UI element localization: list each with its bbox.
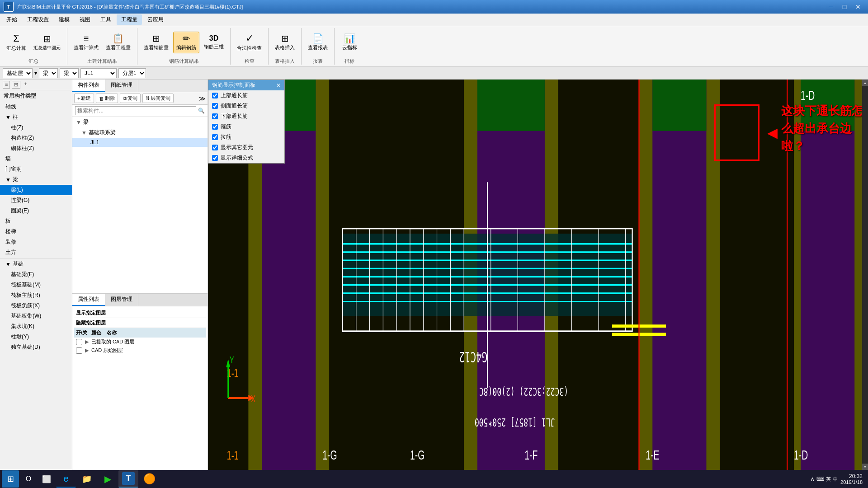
sidebar-sump-item[interactable]: 集水坑(K) — [0, 321, 72, 332]
table-insert-button[interactable]: ⊞ 表格插入 — [272, 32, 297, 53]
clock-area[interactable]: 20:32 2019/1/18 — [840, 473, 863, 485]
sidebar-grid-view-btn[interactable]: ⊞ — [12, 81, 20, 89]
steel-panel-close-icon[interactable]: ✕ — [276, 82, 281, 89]
menu-view[interactable]: 视图 — [75, 14, 95, 25]
tray-expand-icon[interactable]: ∧ — [810, 475, 815, 483]
layer-extracted-checkbox[interactable] — [76, 339, 82, 345]
cloud-index-button[interactable]: 📊 云指标 — [338, 32, 361, 53]
edit-steel-button[interactable]: ✏ 编辑钢筋 — [173, 32, 199, 53]
menu-build[interactable]: 建模 — [54, 14, 74, 25]
scroll-track[interactable] — [862, 86, 868, 464]
search-button[interactable]: O — [20, 470, 37, 488]
menu-start[interactable]: 开始 — [2, 14, 22, 25]
filters-bar: 基础层 ▾ 梁 梁 JL1 分层1 — [0, 67, 868, 80]
sidebar-openings-item[interactable]: 门窗洞 — [0, 164, 72, 174]
copy-member-button[interactable]: ⧉ 复制 — [120, 94, 141, 103]
side-long-bar-checkbox[interactable] — [212, 103, 218, 109]
sublayer-filter[interactable]: 分层1 — [118, 68, 146, 78]
sidebar-isolated-found-item[interactable]: 独立基础(D) — [0, 342, 72, 352]
sidebar-found-strip-item[interactable]: 基础板带(W) — [0, 311, 72, 321]
menu-tools[interactable]: 工具 — [96, 14, 116, 25]
taskbar-gtj-app[interactable]: T — [118, 470, 138, 488]
legality-check-button[interactable]: ✓ 合法性检查 — [234, 32, 264, 53]
layer-filter[interactable]: 基础层 — [3, 68, 33, 78]
search-icon[interactable]: 🔍 — [198, 108, 205, 114]
taskbar-explorer-app[interactable]: 📁 — [77, 470, 97, 488]
view-qty-button[interactable]: 📋 查看工程量 — [103, 32, 133, 53]
close-button[interactable]: ✕ — [852, 2, 864, 12]
view-formula-button[interactable]: ≡ 查看计算式 — [71, 32, 101, 53]
task-view-button[interactable]: ⬜ — [38, 470, 55, 488]
sidebar-add-icon[interactable]: + — [24, 81, 27, 89]
member-filter[interactable]: JL1 — [80, 68, 117, 78]
sidebar-column-group[interactable]: ▼ 柱 — [0, 112, 72, 122]
summarize-all-button[interactable]: Σ 汇总计算 — [4, 32, 29, 53]
expand-panel-icon[interactable]: ≫ — [199, 95, 206, 102]
type1-filter[interactable]: 梁 — [39, 68, 58, 78]
sidebar-beam-e-item[interactable]: 圈梁(E) — [0, 206, 72, 216]
sidebar-raft-main-item[interactable]: 筏板主筋(R) — [0, 290, 72, 300]
lang-cn-icon[interactable]: 中 — [833, 476, 838, 483]
minimize-button[interactable]: ─ — [825, 2, 837, 12]
tree-foundation-beam[interactable]: ▼ 基础联系梁 — [72, 127, 208, 138]
tie-bar-checkbox[interactable] — [212, 134, 218, 140]
delete-member-button[interactable]: 🗑 删除 — [96, 94, 118, 103]
right-scrollbar[interactable]: ▲ ▼ — [862, 80, 868, 470]
menu-quantities[interactable]: 工程量 — [117, 14, 142, 25]
steel-3d-button[interactable]: 3D 钢筋三维 — [201, 33, 226, 52]
scroll-up-button[interactable]: ▲ — [862, 80, 868, 86]
view-qty-label: 查看工程量 — [106, 44, 131, 51]
show-formula-checkbox[interactable] — [212, 155, 218, 161]
sidebar-beam-l-item[interactable]: 梁(L) — [0, 185, 72, 195]
keyboard-icon[interactable]: ⌨ — [816, 476, 824, 482]
sidebar-earthwork-item[interactable]: 土方 — [0, 247, 72, 258]
layer-color-header: 颜色 — [91, 329, 105, 336]
sidebar-axis-item[interactable]: 轴线 — [0, 102, 72, 112]
sidebar-construct-column-item[interactable]: 构造柱(Z) — [0, 133, 72, 143]
taskbar-media-app[interactable]: ▶ — [98, 470, 118, 488]
view-report-button[interactable]: 📄 查看报表 — [305, 32, 330, 53]
start-button[interactable]: ⊞ — [2, 470, 19, 488]
taskbar-ie-app[interactable]: e — [56, 470, 76, 488]
sidebar-foundation-group[interactable]: ▼ 基础 — [0, 258, 72, 269]
lang-en-icon[interactable]: 英 — [826, 476, 831, 483]
drawing-mgmt-tab[interactable]: 图纸管理 — [105, 80, 138, 92]
type2-filter[interactable]: 梁 — [60, 68, 79, 78]
sidebar-wall-item[interactable]: 墙 — [0, 154, 72, 164]
summarize-selected-button[interactable]: ⊞ 汇总选中圆元 — [31, 33, 63, 53]
menu-cloud[interactable]: 云应用 — [143, 14, 168, 25]
sidebar-raft-item[interactable]: 筏板基础(M) — [0, 280, 72, 290]
sidebar-raft-neg-item[interactable]: 筏板负筋(X) — [0, 300, 72, 311]
tree-beam-root[interactable]: ▼ 梁 — [72, 117, 208, 127]
attributes-tab[interactable]: 属性列表 — [72, 294, 105, 306]
view-steel-qty-button[interactable]: ⊞ 查看钢筋量 — [141, 32, 171, 53]
sidebar-slab-item[interactable]: 板 — [0, 216, 72, 226]
layer-expand-icon[interactable]: ▶ — [85, 339, 89, 345]
scroll-down-button[interactable]: ▼ — [862, 464, 868, 470]
floor-copy-button[interactable]: ⇅ 层间复制 — [142, 94, 174, 103]
menu-project-settings[interactable]: 工程设置 — [23, 14, 53, 25]
member-list-tab[interactable]: 构件列表 — [72, 80, 105, 92]
tree-jl1-item[interactable]: JL1 — [72, 138, 208, 147]
sidebar-stairs-item[interactable]: 楼梯 — [0, 226, 72, 237]
search-input[interactable] — [75, 106, 196, 115]
sidebar-found-beam-item[interactable]: 基础梁(F) — [0, 269, 72, 280]
upper-long-bar-checkbox[interactable] — [212, 93, 218, 99]
show-other-checkbox[interactable] — [212, 145, 218, 150]
layers-tab[interactable]: 图层管理 — [105, 294, 138, 306]
sidebar-beam-group[interactable]: ▼ 梁 — [0, 174, 72, 185]
sidebar-column-z-item[interactable]: 柱(Z) — [0, 122, 72, 133]
lower-long-bar-checkbox[interactable] — [212, 113, 218, 119]
taskbar-orange-app[interactable]: 🟠 — [139, 470, 159, 488]
stirrup-checkbox[interactable] — [212, 124, 218, 130]
layer-original-expand-icon[interactable]: ▶ — [85, 347, 89, 353]
maximize-button[interactable]: □ — [838, 2, 851, 12]
sidebar-column-pier-item[interactable]: 柱墩(Y) — [0, 332, 72, 342]
sidebar-masonry-column-item[interactable]: 砌体柱(Z) — [0, 143, 72, 154]
upper-long-bar-label: 上部通长筋 — [221, 92, 248, 99]
sidebar-list-view-btn[interactable]: ≡ — [3, 81, 10, 89]
new-member-button[interactable]: + 新建 — [74, 94, 94, 103]
sidebar-beam-g-item[interactable]: 连梁(G) — [0, 195, 72, 206]
layer-original-checkbox[interactable] — [76, 347, 82, 354]
sidebar-decoration-item[interactable]: 装修 — [0, 237, 72, 247]
